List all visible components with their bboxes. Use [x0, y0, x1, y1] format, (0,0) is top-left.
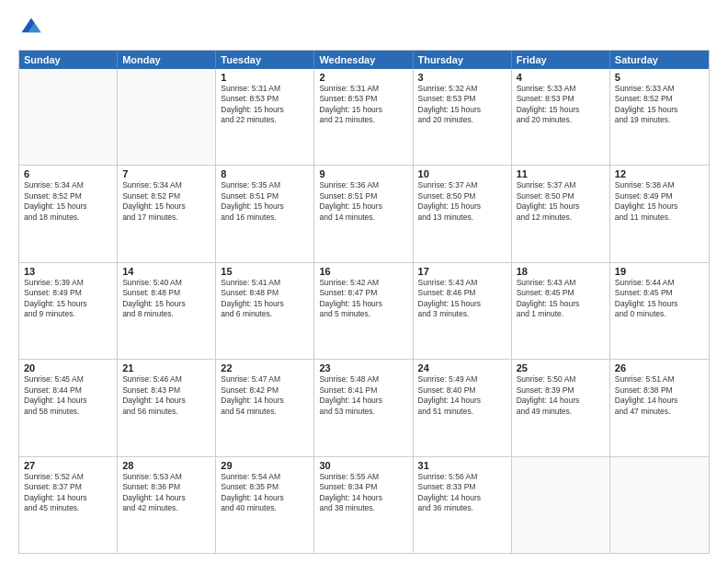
calendar-cell: 20Sunrise: 5:45 AM Sunset: 8:44 PM Dayli… [19, 360, 118, 455]
calendar-cell: 16Sunrise: 5:42 AM Sunset: 8:47 PM Dayli… [314, 263, 413, 359]
cell-day-number: 23 [319, 362, 407, 373]
cell-info-text: Sunrise: 5:51 AM Sunset: 8:38 PM Dayligh… [615, 374, 704, 417]
calendar-cell [118, 69, 216, 165]
cell-day-number: 4 [517, 72, 605, 83]
cell-info-text: Sunrise: 5:37 AM Sunset: 8:50 PM Dayligh… [517, 180, 605, 223]
cell-day-number: 28 [122, 460, 210, 471]
calendar-cell: 9Sunrise: 5:36 AM Sunset: 8:51 PM Daylig… [314, 166, 413, 261]
cell-info-text: Sunrise: 5:46 AM Sunset: 8:43 PM Dayligh… [122, 374, 210, 417]
cell-day-number: 31 [418, 460, 506, 471]
calendar-cell: 5Sunrise: 5:33 AM Sunset: 8:52 PM Daylig… [610, 69, 709, 165]
calendar-cell: 29Sunrise: 5:54 AM Sunset: 8:35 PM Dayli… [216, 457, 314, 553]
cell-info-text: Sunrise: 5:43 AM Sunset: 8:46 PM Dayligh… [418, 278, 506, 320]
cell-info-text: Sunrise: 5:39 AM Sunset: 8:49 PM Dayligh… [24, 278, 112, 320]
calendar-row-4: 20Sunrise: 5:45 AM Sunset: 8:44 PM Dayli… [19, 360, 709, 456]
cell-day-number: 25 [517, 362, 605, 373]
cell-day-number: 6 [24, 168, 112, 179]
calendar-cell: 22Sunrise: 5:47 AM Sunset: 8:42 PM Dayli… [216, 360, 314, 455]
cell-info-text: Sunrise: 5:40 AM Sunset: 8:48 PM Dayligh… [122, 278, 210, 320]
cell-day-number: 26 [615, 362, 704, 373]
weekday-header-sunday: Sunday [19, 51, 118, 69]
cell-day-number: 19 [615, 266, 704, 277]
cell-info-text: Sunrise: 5:36 AM Sunset: 8:51 PM Dayligh… [319, 180, 407, 223]
cell-info-text: Sunrise: 5:54 AM Sunset: 8:35 PM Dayligh… [221, 472, 309, 514]
weekday-header-friday: Friday [512, 51, 610, 69]
calendar-cell: 7Sunrise: 5:34 AM Sunset: 8:52 PM Daylig… [118, 166, 216, 261]
calendar-cell: 24Sunrise: 5:49 AM Sunset: 8:40 PM Dayli… [414, 360, 512, 455]
calendar-cell: 11Sunrise: 5:37 AM Sunset: 8:50 PM Dayli… [512, 166, 610, 261]
calendar-cell: 30Sunrise: 5:55 AM Sunset: 8:34 PM Dayli… [314, 457, 413, 553]
header [18, 15, 710, 40]
cell-day-number: 7 [122, 168, 210, 179]
cell-day-number: 2 [319, 72, 407, 83]
calendar-cell [512, 457, 610, 553]
cell-day-number: 1 [221, 72, 309, 83]
calendar-cell: 2Sunrise: 5:31 AM Sunset: 8:53 PM Daylig… [314, 69, 413, 165]
cell-info-text: Sunrise: 5:52 AM Sunset: 8:37 PM Dayligh… [24, 472, 112, 514]
cell-info-text: Sunrise: 5:45 AM Sunset: 8:44 PM Dayligh… [24, 374, 112, 417]
cell-info-text: Sunrise: 5:32 AM Sunset: 8:53 PM Dayligh… [418, 84, 506, 126]
cell-info-text: Sunrise: 5:35 AM Sunset: 8:51 PM Dayligh… [221, 180, 309, 223]
calendar-header: SundayMondayTuesdayWednesdayThursdayFrid… [19, 51, 709, 69]
calendar-cell: 21Sunrise: 5:46 AM Sunset: 8:43 PM Dayli… [118, 360, 216, 455]
calendar-cell [610, 457, 709, 553]
cell-day-number: 22 [221, 362, 309, 373]
cell-info-text: Sunrise: 5:31 AM Sunset: 8:53 PM Dayligh… [319, 84, 407, 126]
calendar-cell: 3Sunrise: 5:32 AM Sunset: 8:53 PM Daylig… [414, 69, 512, 165]
calendar-cell: 26Sunrise: 5:51 AM Sunset: 8:38 PM Dayli… [610, 360, 709, 455]
cell-info-text: Sunrise: 5:34 AM Sunset: 8:52 PM Dayligh… [122, 180, 210, 223]
calendar: SundayMondayTuesdayWednesdayThursdayFrid… [18, 50, 710, 554]
calendar-cell: 10Sunrise: 5:37 AM Sunset: 8:50 PM Dayli… [414, 166, 512, 261]
cell-info-text: Sunrise: 5:48 AM Sunset: 8:41 PM Dayligh… [319, 374, 407, 417]
cell-info-text: Sunrise: 5:53 AM Sunset: 8:36 PM Dayligh… [122, 472, 210, 514]
cell-info-text: Sunrise: 5:42 AM Sunset: 8:47 PM Dayligh… [319, 278, 407, 320]
calendar-cell: 14Sunrise: 5:40 AM Sunset: 8:48 PM Dayli… [118, 263, 216, 359]
cell-info-text: Sunrise: 5:41 AM Sunset: 8:48 PM Dayligh… [221, 278, 309, 320]
cell-day-number: 30 [319, 460, 407, 471]
calendar-cell: 4Sunrise: 5:33 AM Sunset: 8:53 PM Daylig… [512, 69, 610, 165]
calendar-cell: 17Sunrise: 5:43 AM Sunset: 8:46 PM Dayli… [414, 263, 512, 359]
cell-day-number: 21 [122, 362, 210, 373]
calendar-cell: 31Sunrise: 5:56 AM Sunset: 8:33 PM Dayli… [414, 457, 512, 553]
cell-info-text: Sunrise: 5:56 AM Sunset: 8:33 PM Dayligh… [418, 472, 506, 514]
cell-day-number: 27 [24, 460, 112, 471]
cell-day-number: 18 [517, 266, 605, 277]
calendar-cell: 28Sunrise: 5:53 AM Sunset: 8:36 PM Dayli… [118, 457, 216, 553]
cell-info-text: Sunrise: 5:34 AM Sunset: 8:52 PM Dayligh… [24, 180, 112, 223]
weekday-header-tuesday: Tuesday [216, 51, 314, 69]
calendar-cell: 13Sunrise: 5:39 AM Sunset: 8:49 PM Dayli… [19, 263, 118, 359]
cell-info-text: Sunrise: 5:50 AM Sunset: 8:39 PM Dayligh… [517, 374, 605, 417]
calendar-cell: 8Sunrise: 5:35 AM Sunset: 8:51 PM Daylig… [216, 166, 314, 261]
cell-day-number: 15 [221, 266, 309, 277]
logo-icon [18, 15, 44, 40]
cell-day-number: 9 [319, 168, 407, 179]
calendar-row-5: 27Sunrise: 5:52 AM Sunset: 8:37 PM Dayli… [19, 457, 709, 553]
cell-info-text: Sunrise: 5:55 AM Sunset: 8:34 PM Dayligh… [319, 472, 407, 514]
weekday-header-wednesday: Wednesday [314, 51, 413, 69]
cell-info-text: Sunrise: 5:38 AM Sunset: 8:49 PM Dayligh… [615, 180, 704, 223]
page: SundayMondayTuesdayWednesdayThursdayFrid… [0, 0, 728, 563]
calendar-cell: 19Sunrise: 5:44 AM Sunset: 8:45 PM Dayli… [610, 263, 709, 359]
calendar-cell: 18Sunrise: 5:43 AM Sunset: 8:45 PM Dayli… [512, 263, 610, 359]
cell-day-number: 17 [418, 266, 506, 277]
weekday-header-monday: Monday [118, 51, 216, 69]
calendar-row-1: 1Sunrise: 5:31 AM Sunset: 8:53 PM Daylig… [19, 69, 709, 166]
cell-info-text: Sunrise: 5:33 AM Sunset: 8:52 PM Dayligh… [615, 84, 704, 126]
cell-info-text: Sunrise: 5:47 AM Sunset: 8:42 PM Dayligh… [221, 374, 309, 417]
cell-day-number: 11 [517, 168, 605, 179]
cell-info-text: Sunrise: 5:33 AM Sunset: 8:53 PM Dayligh… [517, 84, 605, 126]
calendar-row-2: 6Sunrise: 5:34 AM Sunset: 8:52 PM Daylig… [19, 166, 709, 262]
calendar-cell: 25Sunrise: 5:50 AM Sunset: 8:39 PM Dayli… [512, 360, 610, 455]
cell-day-number: 24 [418, 362, 506, 373]
calendar-cell: 27Sunrise: 5:52 AM Sunset: 8:37 PM Dayli… [19, 457, 118, 553]
calendar-cell: 12Sunrise: 5:38 AM Sunset: 8:49 PM Dayli… [610, 166, 709, 261]
weekday-header-saturday: Saturday [610, 51, 709, 69]
cell-day-number: 13 [24, 266, 112, 277]
weekday-header-thursday: Thursday [414, 51, 512, 69]
cell-day-number: 16 [319, 266, 407, 277]
cell-day-number: 3 [418, 72, 506, 83]
calendar-body: 1Sunrise: 5:31 AM Sunset: 8:53 PM Daylig… [19, 69, 709, 553]
cell-day-number: 8 [221, 168, 309, 179]
logo [18, 15, 48, 40]
calendar-cell: 15Sunrise: 5:41 AM Sunset: 8:48 PM Dayli… [216, 263, 314, 359]
